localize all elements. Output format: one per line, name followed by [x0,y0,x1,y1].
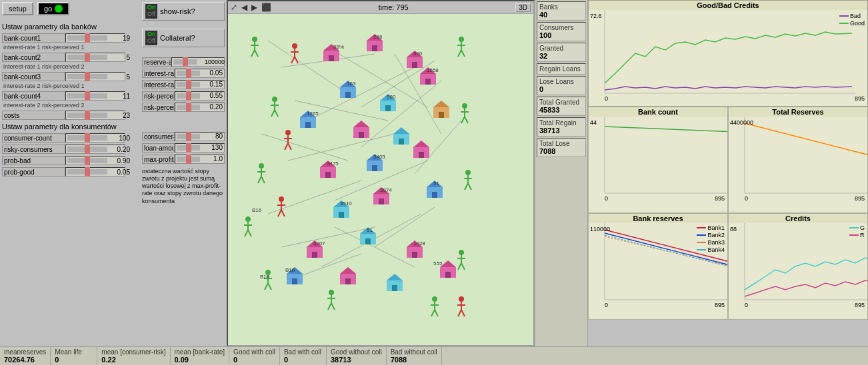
bank-count3-label: bank-count3 [2,72,65,81]
svg-text:1028: 1028 [413,240,425,246]
lose-loans-value: 0 [539,85,583,93]
risk-perceived1-slider[interactable]: 0.55 [175,91,225,101]
credits-x-label: 895 [855,302,865,308]
bank-count1-slider[interactable]: 19 [65,33,125,43]
show-risk-switch[interactable]: On Off show-risk? [142,2,225,21]
go-button[interactable]: go [37,2,69,15]
svg-rect-86 [445,272,451,278]
prob-good-input[interactable] [67,169,107,175]
svg-marker-84 [440,260,456,267]
svg-point-92 [272,97,277,102]
risky-consumers-input[interactable] [67,147,107,152]
bank-count3-slider[interactable]: 5 [65,72,125,81]
map-next-icon[interactable]: ▶ [251,3,257,12]
interest-rate1-input[interactable] [177,71,200,76]
interest-rate2-input[interactable] [177,82,200,87]
prob-bad-input[interactable] [67,158,107,163]
consumer-capital-slider[interactable]: 80 [175,132,225,141]
map-camera-icon[interactable]: ⬛ [261,3,271,12]
max-profit-rate-row: max-profit-rate 1.0 [142,154,225,165]
svg-rect-23 [372,45,377,51]
mean-bank-rate-stat: mean [bank-rate] 0.09 [171,347,230,365]
risky-consumers-slider[interactable]: 0.20 [65,145,125,154]
legend-credits-r: R [849,232,865,238]
costs-slider[interactable]: 23 [65,111,125,120]
svg-rect-71 [365,238,371,244]
risk-perceived2-row: risk-perceived2 0.20 [142,102,225,113]
svg-line-125 [465,183,468,190]
loan-amount-value: 130 [201,144,223,151]
svg-line-126 [468,183,471,190]
total-reserves-title: Total Reserves [729,107,867,117]
svg-text:1265: 1265 [307,111,319,117]
risk-perceived1-value: 0.55 [201,92,223,99]
consumer-capital-input[interactable] [177,134,200,139]
bank-count-chart: Bank count 44 895 0 [588,107,728,213]
map-resize-icon[interactable]: ⤢ [231,3,237,12]
consumer-count-row: consumer-count 100 [2,133,125,143]
collateral-switch[interactable]: On Off Collateral? [142,29,225,47]
map-prev-icon[interactable]: ◀ [241,3,247,12]
credits-svg [729,223,867,303]
legend-bad-label: Bad [850,13,861,19]
interest-rate1-row: interest-rate1 0.05 [142,68,225,79]
granted-value: 32 [539,52,583,60]
costs-row: costs 23 [2,110,125,121]
btn-3d[interactable]: 3D [515,3,531,12]
loan-amount-input[interactable] [177,145,200,151]
interest-rate2-label: interest-rate2 [142,80,175,89]
legend-bank1-color [697,227,706,228]
total-granted-label: Total Granted [539,99,583,106]
good-without-coll-label: Good without coll [331,348,382,356]
bad-without-coll-label: Bad without coll [391,348,437,356]
costs-value: 23 [109,112,130,119]
legend-credits-r-color [849,234,859,236]
svg-line-110 [265,283,268,290]
bank-count1-input[interactable] [67,35,107,41]
regain-loans-label: Regain Loans [539,65,583,73]
consumer-count-input[interactable] [67,135,107,141]
interest-rate1-slider[interactable]: 0.05 [175,69,225,78]
svg-text:3403: 3403 [373,154,385,160]
bank-count2-input[interactable] [67,55,107,60]
legend-bad-color [839,15,849,17]
reserve-amount-input[interactable] [173,59,197,65]
max-profit-rate-input[interactable] [177,157,200,162]
good-with-coll-value: 0 [233,356,275,364]
go-indicator [55,5,63,13]
bank-count4-input[interactable] [67,93,107,99]
loan-amount-row: loan-amount 130 [142,143,225,153]
bank-count4-slider[interactable]: 11 [65,91,125,101]
svg-line-136 [331,303,335,310]
bank-count2-row: bank-count2 5 [2,52,125,63]
risk-perceived2-slider[interactable]: 0.20 [175,103,225,112]
left-controls-panel: setup go Ustaw parametry dla banków bank… [0,0,140,346]
loan-amount-slider[interactable]: 130 [175,143,225,153]
max-profit-rate-slider[interactable]: 1.0 [175,155,225,164]
legend-bank2-color [697,234,706,236]
svg-point-97 [259,163,264,169]
risk-perceived1-input[interactable] [177,93,200,99]
interest-rate2-slider[interactable]: 0.15 [175,80,225,89]
risk-perceived2-value: 0.20 [201,103,223,111]
svg-line-101 [261,177,265,183]
consumer-count-slider[interactable]: 100 [65,133,125,143]
map-canvas[interactable]: 88% 266 300 163 580 1558 1265 3475 3403 … [228,14,533,345]
risky-consumers-value: 0.20 [109,146,130,153]
legend-bank4-color [697,249,706,250]
prob-bad-slider[interactable]: 0.90 [65,156,125,165]
bank-count1-value: 19 [109,35,130,42]
setup-button[interactable]: setup [2,2,33,15]
bank-section-title: Ustaw parametry dla banków [2,23,138,31]
bank-count3-input[interactable] [67,74,107,79]
bank-count2-slider[interactable]: 5 [65,53,125,62]
total-reserves-y-label: 4400000 [730,119,753,126]
svg-rect-59 [339,212,344,218]
prob-good-slider[interactable]: 0.05 [65,167,125,177]
costs-input[interactable] [67,113,107,118]
prob-good-label: prob-good [2,167,65,177]
mean-consumer-risk-label: mean [consumer-risk] [101,348,165,356]
costs-label: costs [2,111,65,120]
risk-perceived2-input[interactable] [177,105,200,110]
reserve-amount-slider[interactable]: 100000 [171,57,225,67]
